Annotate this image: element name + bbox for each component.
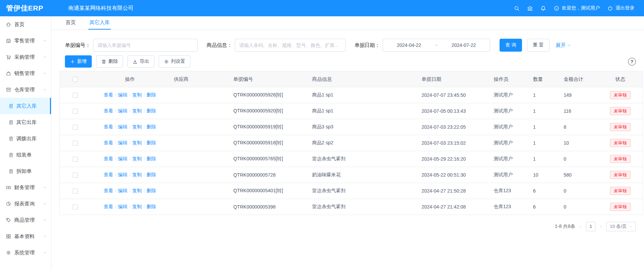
sidebar-subitem-assembly[interactable]: 组装单 bbox=[0, 147, 51, 163]
date-range-picker[interactable]: 2024-04-22 ~ 2024-07-22 bbox=[383, 39, 490, 52]
view-link[interactable]: 查看 bbox=[104, 124, 113, 130]
tab-home[interactable]: 首页 bbox=[65, 16, 77, 30]
delete-link[interactable]: 删除 bbox=[146, 140, 156, 146]
product-cell: 商品1 sp1 bbox=[308, 87, 417, 103]
delete-link[interactable]: 删除 bbox=[146, 204, 156, 210]
copy-link[interactable]: 复制 bbox=[132, 204, 142, 210]
trash-icon bbox=[101, 59, 106, 64]
row-checkbox[interactable] bbox=[73, 173, 78, 178]
add-button[interactable]: 新增 bbox=[65, 55, 92, 68]
copy-link[interactable]: 复制 bbox=[132, 140, 142, 146]
page-1-button[interactable]: 1 bbox=[586, 222, 595, 231]
sidebar-item-basic-data[interactable]: 基本资料 bbox=[0, 228, 51, 245]
supplier-cell bbox=[169, 119, 229, 135]
row-checkbox[interactable] bbox=[73, 109, 78, 114]
notification-bell-icon[interactable] bbox=[540, 5, 546, 11]
sidebar-item-warehouse[interactable]: 仓库管理 bbox=[0, 82, 51, 98]
sidebar-item-retail[interactable]: 零售管理 bbox=[0, 33, 51, 49]
sidebar-subitem-disassembly[interactable]: 拆卸单 bbox=[0, 163, 51, 179]
edit-link[interactable]: 编辑 bbox=[118, 188, 127, 194]
sidebar-item-sales[interactable]: 销售管理 bbox=[0, 65, 51, 82]
logout-button[interactable]: 退出登录 bbox=[607, 5, 634, 11]
bill-no-cell: QTRK00000005920[转] bbox=[229, 103, 308, 119]
sidebar-item-purchase[interactable]: 采购管理 bbox=[0, 49, 51, 65]
sidebar-item-system[interactable]: 系统管理 bbox=[0, 245, 51, 261]
table-row: 查看编辑复制删除 QTRK00000005926[转] 商品1 sp1 2024… bbox=[60, 87, 643, 103]
date-to: 2024-07-22 bbox=[452, 42, 476, 48]
delete-link[interactable]: 删除 bbox=[146, 124, 156, 130]
delete-link[interactable]: 删除 bbox=[146, 108, 156, 114]
delete-button[interactable]: 删除 bbox=[96, 55, 123, 68]
export-button[interactable]: 导出 bbox=[127, 55, 154, 68]
chevron-down-icon bbox=[43, 202, 47, 205]
edit-link[interactable]: 编辑 bbox=[118, 92, 127, 98]
copy-link[interactable]: 复制 bbox=[132, 92, 142, 98]
copy-link[interactable]: 复制 bbox=[132, 172, 142, 178]
delete-link[interactable]: 删除 bbox=[146, 92, 156, 98]
view-link[interactable]: 查看 bbox=[104, 156, 113, 162]
select-all-checkbox[interactable] bbox=[73, 77, 78, 82]
view-link[interactable]: 查看 bbox=[104, 204, 113, 210]
edit-link[interactable]: 编辑 bbox=[118, 124, 127, 130]
table-row: 查看编辑复制删除 QTRK00000005920[转] 商品1 sp1 2024… bbox=[60, 103, 643, 119]
sidebar-subitem-other-inbound[interactable]: 其它入库 bbox=[0, 98, 51, 114]
row-checkbox[interactable] bbox=[73, 204, 78, 210]
document-icon bbox=[8, 120, 14, 125]
copy-link[interactable]: 复制 bbox=[132, 124, 142, 130]
edit-link[interactable]: 编辑 bbox=[118, 140, 127, 146]
product-info-input[interactable] bbox=[235, 39, 346, 52]
edit-link[interactable]: 编辑 bbox=[118, 172, 127, 178]
page-size-select[interactable]: 10 条/页 bbox=[606, 222, 636, 231]
sidebar-item-report[interactable]: 报表查询 bbox=[0, 196, 51, 212]
sidebar-subitem-label: 其它出库 bbox=[16, 119, 37, 126]
view-link[interactable]: 查看 bbox=[104, 188, 113, 194]
row-checkbox[interactable] bbox=[73, 93, 78, 98]
tab-other-inbound[interactable]: 其它入库 bbox=[88, 16, 111, 30]
view-link[interactable]: 查看 bbox=[104, 172, 113, 178]
copy-link[interactable]: 复制 bbox=[132, 156, 142, 162]
row-checkbox[interactable] bbox=[73, 141, 78, 146]
expand-toggle[interactable]: 展开 bbox=[556, 42, 571, 49]
product-cell: 商品1 sp1 bbox=[308, 103, 417, 119]
sidebar-item-label: 销售管理 bbox=[14, 70, 35, 77]
edit-link[interactable]: 编辑 bbox=[118, 204, 127, 210]
operator-cell: 仓库123 bbox=[489, 183, 528, 199]
copy-link[interactable]: 复制 bbox=[132, 188, 142, 194]
view-link[interactable]: 查看 bbox=[104, 108, 113, 114]
sidebar-item-finance[interactable]: 财务管理 bbox=[0, 179, 51, 196]
search-icon[interactable] bbox=[514, 5, 520, 11]
sidebar-subitem-transfer-outbound[interactable]: 调拨出库 bbox=[0, 130, 51, 147]
edit-link[interactable]: 编辑 bbox=[118, 108, 127, 114]
sidebar-subitem-label: 拆卸单 bbox=[16, 168, 32, 175]
next-page-button[interactable] bbox=[599, 224, 603, 229]
sidebar-item-goods[interactable]: 商品管理 bbox=[0, 212, 51, 228]
prev-page-button[interactable] bbox=[578, 224, 582, 229]
column-settings-button[interactable]: 列设置 bbox=[159, 55, 190, 68]
company-name: 南通某某网络科技有限公司 bbox=[68, 5, 134, 12]
bill-no-input[interactable] bbox=[93, 39, 198, 52]
row-checkbox[interactable] bbox=[73, 157, 78, 162]
view-link[interactable]: 查看 bbox=[104, 140, 113, 146]
edit-link[interactable]: 编辑 bbox=[118, 156, 127, 162]
delete-link[interactable]: 删除 bbox=[146, 188, 156, 194]
row-checkbox[interactable] bbox=[73, 188, 78, 194]
app-header: 管伊佳ERP 南通某某网络科技有限公司 欢迎您，测试用户 退出登录 bbox=[0, 0, 644, 16]
view-link[interactable]: 查看 bbox=[104, 92, 113, 98]
sidebar-item-label: 采购管理 bbox=[14, 54, 35, 60]
user-menu[interactable]: 欢迎您，测试用户 bbox=[554, 5, 600, 11]
sidebar-subitem-label: 其它入库 bbox=[16, 103, 37, 109]
sidebar-item-home[interactable]: 首页 bbox=[0, 16, 51, 33]
copy-link[interactable]: 复制 bbox=[132, 108, 142, 114]
bank-icon[interactable] bbox=[527, 5, 533, 11]
bill-date-label: 单据日期： bbox=[354, 42, 380, 49]
help-icon[interactable]: ? bbox=[628, 58, 636, 66]
delete-link[interactable]: 删除 bbox=[146, 172, 156, 178]
row-checkbox[interactable] bbox=[73, 125, 78, 130]
archive-box-icon bbox=[6, 87, 11, 92]
search-button[interactable]: 查 询 bbox=[500, 39, 522, 52]
sidebar-subitem-other-outbound[interactable]: 其它出库 bbox=[0, 114, 51, 130]
amount-cell: 10 bbox=[559, 135, 598, 151]
delete-link[interactable]: 删除 bbox=[146, 156, 156, 162]
supplier-cell bbox=[169, 103, 229, 119]
reset-button[interactable]: 重 置 bbox=[527, 39, 550, 52]
